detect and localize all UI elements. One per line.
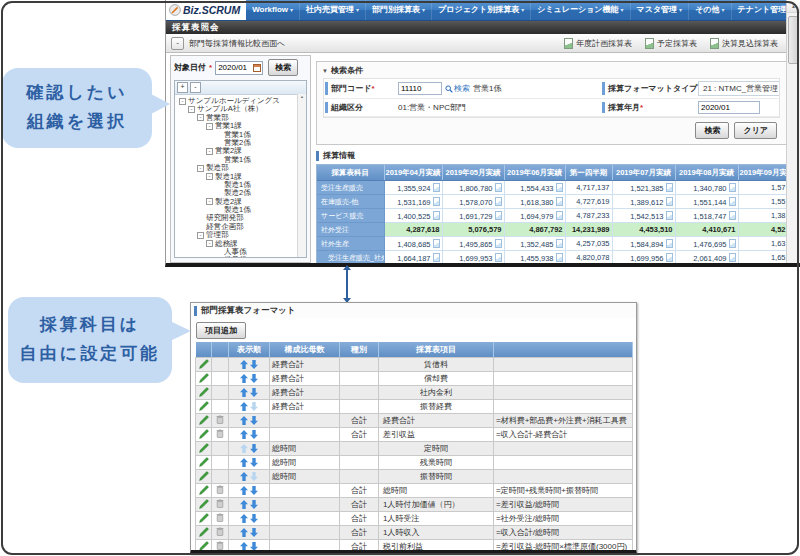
- scrollbar-thumb[interactable]: [788, 16, 799, 64]
- move-up-icon[interactable]: [240, 514, 248, 523]
- edit-icon[interactable]: [199, 373, 209, 383]
- tree-item[interactable]: 営業1係: [177, 156, 304, 164]
- search-conditions-header[interactable]: ▼ 検索条件: [317, 62, 786, 78]
- detail-doc-icon[interactable]: [666, 239, 673, 248]
- detail-doc-icon[interactable]: [495, 267, 502, 268]
- tree-collapse-icon[interactable]: -: [188, 106, 195, 113]
- scroll-up-icon[interactable]: ▲: [787, 0, 800, 13]
- menu-item[interactable]: Workflow▾: [246, 0, 300, 20]
- detail-doc-icon[interactable]: [556, 197, 563, 206]
- move-up-icon[interactable]: [240, 458, 248, 467]
- move-down-icon[interactable]: [250, 542, 258, 551]
- compare-screen-link[interactable]: 部門毎採算情報比較画面へ: [189, 38, 285, 49]
- menu-item[interactable]: シミュレーション機能▾: [531, 0, 630, 20]
- edit-icon[interactable]: [199, 443, 209, 453]
- expand-all-icon[interactable]: +: [177, 82, 188, 93]
- tree-collapse-icon[interactable]: -: [179, 98, 186, 105]
- move-up-icon[interactable]: [240, 416, 248, 425]
- report-link[interactable]: 決算見込採算表: [710, 38, 778, 49]
- tree-item[interactable]: -管理部: [177, 231, 304, 239]
- move-down-icon[interactable]: [250, 486, 258, 495]
- detail-doc-icon[interactable]: [433, 267, 440, 268]
- tree-collapse-icon[interactable]: -: [206, 198, 213, 205]
- delete-icon[interactable]: [216, 415, 224, 424]
- report-link[interactable]: 予定採算表: [645, 38, 697, 49]
- menu-item[interactable]: その他▾: [689, 0, 731, 20]
- detail-doc-icon[interactable]: [556, 239, 563, 248]
- move-up-icon[interactable]: [240, 528, 248, 537]
- detail-doc-icon[interactable]: [556, 267, 563, 268]
- detail-doc-icon[interactable]: [729, 239, 736, 248]
- move-down-icon[interactable]: [250, 360, 258, 369]
- detail-doc-icon[interactable]: [495, 211, 502, 220]
- move-up-icon[interactable]: [240, 430, 248, 439]
- detail-doc-icon[interactable]: [433, 253, 440, 262]
- detail-doc-icon[interactable]: [556, 183, 563, 192]
- move-up-icon[interactable]: [240, 360, 248, 369]
- tree-item[interactable]: 経営企画部: [177, 223, 304, 231]
- edit-icon[interactable]: [199, 499, 209, 509]
- profit-month-input[interactable]: [698, 101, 760, 114]
- tree-item[interactable]: 備品係: [177, 256, 304, 258]
- detail-doc-icon[interactable]: [556, 211, 563, 220]
- detail-doc-icon[interactable]: [433, 183, 440, 192]
- detail-doc-icon[interactable]: [556, 253, 563, 262]
- edit-icon[interactable]: [199, 457, 209, 467]
- search-button[interactable]: 検索: [695, 122, 729, 139]
- delete-icon[interactable]: [216, 485, 224, 494]
- edit-icon[interactable]: [199, 541, 209, 551]
- detail-doc-icon[interactable]: [433, 211, 440, 220]
- move-down-icon[interactable]: [250, 528, 258, 537]
- tree-collapse-icon[interactable]: -: [197, 114, 204, 121]
- move-down-icon[interactable]: [250, 500, 258, 509]
- calendar-icon[interactable]: [253, 64, 261, 72]
- add-item-button[interactable]: 項目追加: [196, 322, 246, 339]
- move-up-icon[interactable]: [240, 486, 248, 495]
- tree-collapse-icon[interactable]: -: [206, 173, 213, 180]
- detail-doc-icon[interactable]: [495, 253, 502, 262]
- edit-icon[interactable]: [199, 471, 209, 481]
- detail-doc-icon[interactable]: [666, 211, 673, 220]
- dept-search-link[interactable]: 検索: [445, 83, 470, 94]
- edit-icon[interactable]: [199, 401, 209, 411]
- detail-doc-icon[interactable]: [433, 197, 440, 206]
- app-logo[interactable]: Biz.SCRUM: [166, 0, 246, 20]
- move-up-icon[interactable]: [240, 374, 248, 383]
- tree-collapse-icon[interactable]: -: [206, 123, 213, 130]
- move-down-icon[interactable]: [250, 374, 258, 383]
- collapse-icon[interactable]: -: [171, 37, 184, 50]
- detail-doc-icon[interactable]: [495, 183, 502, 192]
- move-up-icon[interactable]: [240, 402, 248, 411]
- edit-icon[interactable]: [199, 429, 209, 439]
- tree-collapse-icon[interactable]: -: [206, 240, 213, 247]
- detail-doc-icon[interactable]: [729, 267, 736, 268]
- move-up-icon[interactable]: [240, 500, 248, 509]
- tree-search-button[interactable]: 検索: [268, 59, 298, 76]
- menu-item[interactable]: マスタ管理▾: [631, 0, 690, 20]
- move-up-icon[interactable]: [240, 472, 248, 481]
- detail-doc-icon[interactable]: [433, 239, 440, 248]
- edit-icon[interactable]: [199, 527, 209, 537]
- detail-doc-icon[interactable]: [666, 253, 673, 262]
- page-scrollbar[interactable]: ▲: [786, 0, 800, 263]
- move-down-icon[interactable]: [250, 388, 258, 397]
- tree-collapse-icon[interactable]: -: [206, 148, 213, 155]
- detail-doc-icon[interactable]: [495, 197, 502, 206]
- scroll-up-icon[interactable]: ▲: [300, 94, 304, 99]
- detail-doc-icon[interactable]: [495, 239, 502, 248]
- report-link[interactable]: 年度計画採算表: [564, 38, 632, 49]
- dept-code-input[interactable]: [398, 82, 442, 95]
- edit-icon[interactable]: [199, 415, 209, 425]
- detail-doc-icon[interactable]: [666, 183, 673, 192]
- edit-icon[interactable]: [199, 387, 209, 397]
- delete-icon[interactable]: [216, 513, 224, 522]
- delete-icon[interactable]: [216, 429, 224, 438]
- menu-item[interactable]: 社内売買管理▾: [300, 0, 366, 20]
- detail-doc-icon[interactable]: [666, 267, 673, 268]
- move-down-icon[interactable]: [250, 430, 258, 439]
- detail-doc-icon[interactable]: [729, 253, 736, 262]
- clear-button[interactable]: クリア: [734, 122, 777, 139]
- detail-doc-icon[interactable]: [666, 197, 673, 206]
- menu-item[interactable]: 部門別採算表▾: [366, 0, 432, 20]
- detail-doc-icon[interactable]: [729, 197, 736, 206]
